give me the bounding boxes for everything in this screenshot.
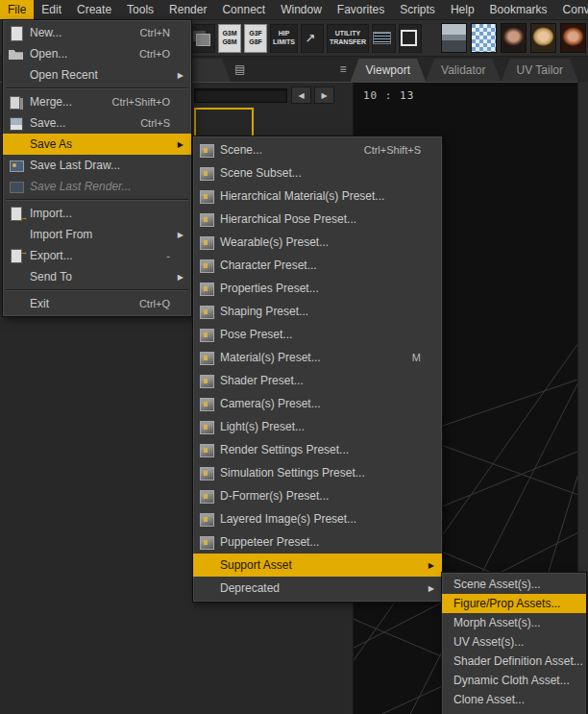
support-asset-item-figure-prop-assets[interactable]: Figure/Prop Assets... ▶ <box>442 594 586 613</box>
arrow-right-icon: ▶ <box>321 91 327 100</box>
preset-icon <box>198 188 216 204</box>
toolbar-button-utility-transfer[interactable]: UTILITY TRANSFER <box>327 24 369 53</box>
save-as-item-pose-preset[interactable]: Pose Preset... ▶ <box>193 323 442 346</box>
file-menu-item-new[interactable]: New... Ctrl+N ▶ <box>3 22 191 43</box>
frame-icon[interactable] <box>399 24 422 53</box>
file-menu-item-save-last-render[interactable]: Save Last Render... ▶ <box>3 176 191 197</box>
save-as-item-puppeteer-preset[interactable]: Puppeteer Preset... ▶ <box>193 530 442 554</box>
save-last-render-icon <box>8 179 26 194</box>
nav-back-button[interactable]: ◀ <box>291 86 311 104</box>
file-menu-item-save[interactable]: Save... Ctrl+S ▶ <box>3 112 191 134</box>
toolbar-button-hip-limits[interactable]: HIP LIMITS <box>270 24 298 53</box>
file-menu-item-exit[interactable]: Exit Ctrl+Q ▶ <box>3 293 191 314</box>
preset-icon <box>198 165 216 181</box>
pane-dropdown-field[interactable] <box>194 88 287 103</box>
file-menu-item-open-recent[interactable]: Open Recent ▶ <box>3 64 191 86</box>
support-asset-item-shader-definition-asset[interactable]: Shader Definition Asset... ▶ <box>442 652 586 671</box>
menubar-item-connect[interactable]: Connect <box>214 0 273 19</box>
toolbar-button-g3m-g8m[interactable]: G3M G8M <box>218 24 241 53</box>
save-as-item-camera-s-preset[interactable]: Camera(s) Preset... ▶ <box>193 392 442 415</box>
submenu-arrow-icon: ▶ <box>174 140 184 149</box>
submenu-arrow-icon: ▶ <box>425 561 434 570</box>
file-menu: New... Ctrl+N ▶ Open... Ctrl+O ▶ Open Re… <box>2 19 192 317</box>
menubar-item-render[interactable]: Render <box>161 0 214 19</box>
menubar-item-bookmarks[interactable]: Bookmarks <box>482 0 555 19</box>
save-as-item-render-settings-preset[interactable]: Render Settings Preset... ▶ <box>193 438 442 461</box>
save-as-item-deprecated[interactable]: Deprecated ▶ <box>193 577 442 600</box>
menubar-item-favorites[interactable]: Favorites <box>330 0 392 19</box>
support-asset-submenu: Scene Asset(s)... ▶ Figure/Prop Assets..… <box>441 572 587 714</box>
save-as-item-light-s-preset[interactable]: Light(s) Preset... ▶ <box>193 415 442 438</box>
landscape-thumbnail[interactable] <box>441 23 467 53</box>
save-as-item-simulation-settings-preset[interactable]: Simulation Settings Preset... ▶ <box>193 461 442 484</box>
save-icon <box>8 115 26 131</box>
preset-icon <box>198 419 216 434</box>
tab-validator[interactable]: Validator <box>426 59 501 82</box>
save-as-item-character-preset[interactable]: Character Preset... ▶ <box>193 254 442 277</box>
transfer-arrow-icon[interactable] <box>301 24 324 53</box>
menubar-item-convert[interactable]: Convert <box>555 0 588 19</box>
preset-icon <box>198 142 216 158</box>
pane-pin-icon[interactable]: ▤ <box>234 62 245 76</box>
portrait-thumbnail-dark[interactable] <box>501 23 527 53</box>
preset-icon <box>198 511 216 527</box>
save-last-draw-icon <box>8 158 26 173</box>
save-as-item-hierarchical-material-s-preset[interactable]: Hierarchical Material(s) Preset... ▶ <box>193 185 442 208</box>
menubar-item-edit[interactable]: Edit <box>34 0 69 19</box>
submenu-arrow-icon: ▶ <box>425 584 434 593</box>
support-asset-item-dynamic-cloth-asset[interactable]: Dynamic Cloth Asset... ▶ <box>442 671 586 690</box>
save-as-item-properties-preset[interactable]: Properties Preset... ▶ <box>193 277 442 300</box>
save-as-item-scene-subset[interactable]: Scene Subset... ▶ <box>193 161 442 185</box>
file-menu-item-merge[interactable]: Merge... Ctrl+Shift+O ▶ <box>3 91 191 112</box>
console-icon[interactable] <box>372 24 396 53</box>
portrait-thumbnail-blonde[interactable] <box>530 23 556 53</box>
layers-icon[interactable] <box>191 24 215 53</box>
preset-icon <box>198 350 216 365</box>
file-menu-item-save-as[interactable]: Save As ▶ <box>3 134 191 155</box>
shortcut-label: - <box>151 250 170 261</box>
save-as-item-scene[interactable]: Scene... Ctrl+Shift+S ▶ <box>193 138 442 161</box>
shortcut-label: M <box>397 352 421 363</box>
support-asset-item-uv-asset-s[interactable]: UV Asset(s)... ▶ <box>442 632 586 652</box>
support-asset-item-clone-asset[interactable]: Clone Asset... ▶ <box>442 690 586 709</box>
save-as-item-wearable-s-preset[interactable]: Wearable(s) Preset... ▶ <box>193 231 442 254</box>
file-menu-item-open[interactable]: Open... Ctrl+O ▶ <box>3 43 191 64</box>
file-menu-item-send-to[interactable]: Send To ▶ <box>3 266 191 287</box>
menubar-item-create[interactable]: Create <box>69 0 119 19</box>
portrait-thumbnail-red[interactable] <box>560 23 586 53</box>
save-as-item-support-asset[interactable]: Support Asset ▶ <box>193 554 442 577</box>
save-as-item-d-former-s-preset[interactable]: D-Former(s) Preset... ▶ <box>193 484 442 507</box>
support-asset-item-save-modified-assets[interactable]: Save Modified Assets... ▶ <box>442 709 586 714</box>
save-as-item-hierarchical-pose-preset[interactable]: Hierarchical Pose Preset... ▶ <box>193 208 442 231</box>
file-menu-item-export[interactable]: Export... - ▶ <box>3 245 191 266</box>
submenu-arrow-icon: ▶ <box>174 71 184 80</box>
file-menu-item-import[interactable]: Import... ▶ <box>3 203 191 224</box>
preset-icon <box>198 304 216 319</box>
file-menu-item-save-last-draw[interactable]: Save Last Draw... ▶ <box>3 155 191 176</box>
pane-options-icon[interactable]: ≡ <box>340 62 347 76</box>
preset-icon <box>198 281 216 296</box>
support-asset-item-morph-asset-s[interactable]: Morph Asset(s)... ▶ <box>442 613 586 632</box>
preset-icon <box>198 534 216 550</box>
menubar-item-help[interactable]: Help <box>443 0 482 19</box>
tab-uv-tailor[interactable]: UV Tailor <box>502 59 578 82</box>
shortcut-label: Ctrl+S <box>125 117 170 129</box>
merge-icon <box>8 94 26 110</box>
nav-forward-button[interactable]: ▶ <box>314 86 334 104</box>
save-as-item-shader-preset[interactable]: Shader Preset... ▶ <box>193 369 442 392</box>
menubar-item-file[interactable]: File <box>0 0 34 19</box>
save-as-item-shaping-preset[interactable]: Shaping Preset... ▶ <box>193 300 442 323</box>
menubar-item-tools[interactable]: Tools <box>119 0 161 19</box>
menubar-item-scripts[interactable]: Scripts <box>392 0 443 19</box>
toolbar-button-g3f-g8f[interactable]: G3F G8F <box>244 24 267 53</box>
save-as-item-layered-image-s-preset[interactable]: Layered Image(s) Preset... ▶ <box>193 507 442 530</box>
tab-viewport[interactable]: Viewport <box>351 59 426 82</box>
checker-thumbnail[interactable] <box>471 23 497 53</box>
file-menu-item-import-from[interactable]: Import From ▶ <box>3 224 191 245</box>
shortcut-label: Ctrl+Shift+O <box>96 96 170 108</box>
toolbar-thumbnails <box>441 23 588 53</box>
menubar-item-window[interactable]: Window <box>273 0 330 19</box>
submenu-arrow-icon: ▶ <box>174 273 184 282</box>
save-as-item-material-s-preset[interactable]: Material(s) Preset... M ▶ <box>193 346 442 369</box>
support-asset-item-scene-asset-s[interactable]: Scene Asset(s)... ▶ <box>442 575 586 594</box>
